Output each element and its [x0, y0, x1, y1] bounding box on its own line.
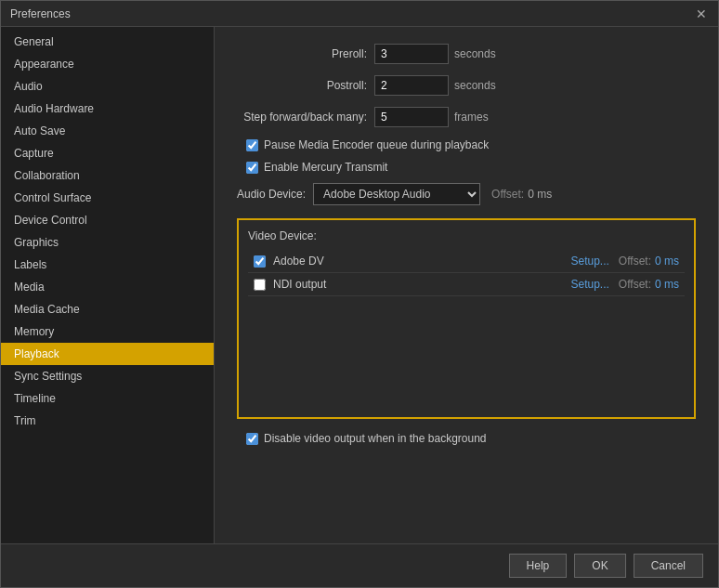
preroll-input[interactable]	[374, 44, 449, 64]
dialog-title: Preferences	[10, 7, 71, 20]
video-device-box: Video Device: Adobe DV Setup... Offset: …	[237, 218, 696, 419]
help-button[interactable]: Help	[509, 554, 568, 578]
video-device-empty-area	[248, 296, 685, 408]
disable-video-checkbox[interactable]	[246, 433, 258, 445]
pause-encoder-checkbox[interactable]	[246, 139, 258, 151]
adobe-dv-offset-label: Offset:	[619, 255, 651, 268]
postroll-label: Postroll:	[237, 79, 367, 92]
preroll-label: Preroll:	[237, 47, 367, 60]
adobe-dv-checkbox[interactable]	[254, 255, 266, 268]
audio-device-select[interactable]: Adobe Desktop Audio Default Output No Au…	[313, 183, 480, 205]
sidebar: GeneralAppearanceAudioAudio HardwareAuto…	[1, 27, 215, 543]
audio-device-row: Audio Device: Adobe Desktop Audio Defaul…	[237, 183, 696, 205]
preferences-dialog: Preferences ✕ GeneralAppearanceAudioAudi…	[0, 0, 719, 588]
sidebar-item-labels[interactable]: Labels	[1, 254, 214, 276]
sidebar-item-control-surface[interactable]: Control Surface	[1, 187, 214, 209]
postroll-unit: seconds	[454, 79, 496, 92]
sidebar-item-sync-settings[interactable]: Sync Settings	[1, 365, 214, 387]
sidebar-item-capture[interactable]: Capture	[1, 142, 214, 164]
ok-button[interactable]: OK	[574, 554, 625, 578]
sidebar-item-appearance[interactable]: Appearance	[1, 53, 214, 75]
postroll-input[interactable]	[374, 75, 449, 96]
device-item-adobe-dv: Adobe DV Setup... Offset: 0 ms	[248, 250, 685, 273]
sidebar-item-collaboration[interactable]: Collaboration	[1, 164, 214, 187]
ndi-setup-button[interactable]: Setup...	[570, 278, 608, 291]
adobe-dv-name: Adobe DV	[273, 255, 570, 268]
pause-encoder-row: Pause Media Encoder queue during playbac…	[246, 138, 696, 151]
adobe-dv-offset-value: 0 ms	[655, 255, 679, 268]
enable-mercury-label: Enable Mercury Transmit	[264, 161, 387, 174]
dialog-body: GeneralAppearanceAudioAudio HardwareAuto…	[1, 27, 718, 543]
sidebar-item-general[interactable]: General	[1, 31, 214, 53]
ndi-offset-value: 0 ms	[655, 278, 679, 291]
disable-video-label: Disable video output when in the backgro…	[264, 432, 487, 445]
preroll-row: Preroll: seconds	[237, 44, 696, 64]
sidebar-item-auto-save[interactable]: Auto Save	[1, 120, 214, 142]
disable-video-row: Disable video output when in the backgro…	[246, 432, 696, 445]
ndi-checkbox[interactable]	[254, 279, 266, 291]
video-device-title: Video Device:	[248, 229, 685, 242]
step-input[interactable]	[374, 107, 449, 127]
step-row: Step forward/back many: frames	[237, 107, 696, 127]
sidebar-item-timeline[interactable]: Timeline	[1, 387, 214, 410]
preroll-unit: seconds	[454, 47, 496, 60]
sidebar-item-media-cache[interactable]: Media Cache	[1, 298, 214, 320]
audio-device-label: Audio Device:	[237, 188, 306, 201]
sidebar-item-memory[interactable]: Memory	[1, 320, 214, 343]
sidebar-item-graphics[interactable]: Graphics	[1, 231, 214, 254]
sidebar-item-device-control[interactable]: Device Control	[1, 209, 214, 231]
close-button[interactable]: ✕	[694, 7, 709, 21]
postroll-row: Postroll: seconds	[237, 75, 696, 96]
ndi-name: NDI output	[273, 278, 570, 291]
audio-offset-value: 0 ms	[528, 188, 552, 201]
audio-offset-label: Offset:	[491, 188, 524, 201]
sidebar-item-media[interactable]: Media	[1, 276, 214, 298]
sidebar-item-playback[interactable]: Playback	[1, 343, 214, 365]
enable-mercury-row: Enable Mercury Transmit	[246, 161, 696, 174]
step-unit: frames	[454, 111, 489, 124]
enable-mercury-checkbox[interactable]	[246, 162, 258, 174]
step-label: Step forward/back many:	[237, 111, 367, 124]
pause-encoder-label: Pause Media Encoder queue during playbac…	[264, 138, 489, 151]
adobe-dv-setup-button[interactable]: Setup...	[570, 255, 608, 268]
title-bar: Preferences ✕	[1, 1, 718, 27]
sidebar-item-audio[interactable]: Audio	[1, 75, 214, 98]
ndi-offset-label: Offset:	[619, 278, 651, 291]
sidebar-item-audio-hardware[interactable]: Audio Hardware	[1, 98, 214, 120]
sidebar-item-trim[interactable]: Trim	[1, 410, 214, 432]
bottom-bar: Help OK Cancel	[1, 543, 718, 587]
cancel-button[interactable]: Cancel	[634, 554, 703, 578]
device-item-ndi: NDI output Setup... Offset: 0 ms	[248, 273, 685, 296]
main-content: Preroll: seconds Postroll: seconds Step …	[215, 27, 718, 543]
